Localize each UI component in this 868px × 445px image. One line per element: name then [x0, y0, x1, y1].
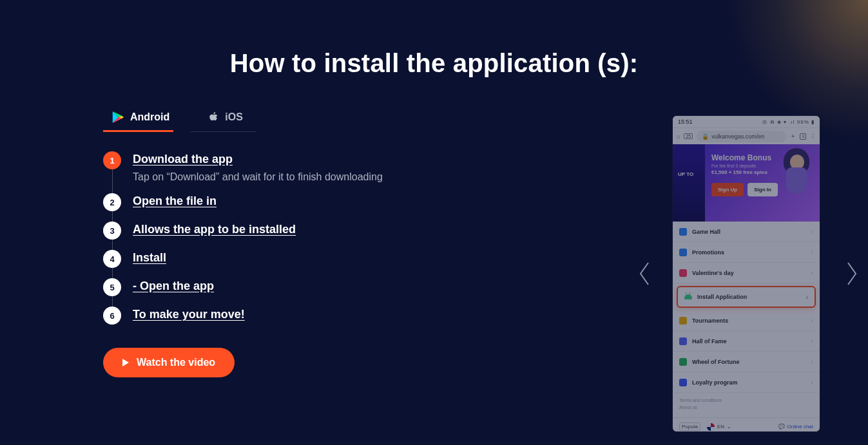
step-label: Allows the app to be installed — [133, 223, 296, 236]
tab-underline-active — [103, 130, 173, 132]
phone-footer: Terms and conditions About us — [673, 393, 820, 417]
menu-row-label: Install Application — [697, 294, 747, 300]
hero-leftcol: UP TO — [673, 144, 705, 222]
menu-row: Hall of Fame› — [673, 331, 820, 352]
flag-icon — [707, 423, 715, 431]
chevron-down-icon: ⌄ — [727, 424, 731, 430]
step-label: Open the file in — [133, 194, 217, 208]
phone-browser-bar: ⌂ 25 🔒 vulkanvegas.com/en ＋ ① ⋮ — [673, 128, 820, 144]
tab-ios[interactable]: iOS — [199, 106, 247, 128]
menu-row-label: Game Hall — [692, 229, 720, 235]
step-2[interactable]: 2 Open the file in — [103, 193, 516, 211]
step-label: - Open the app — [133, 279, 214, 293]
page-title: How to install the application (s): — [0, 0, 868, 78]
menu-row-label: Wheel of Fortune — [692, 359, 740, 365]
language-selector: EN ⌄ — [707, 423, 731, 431]
phone-bottom-bar: Popula EN ⌄ 💬 Online chat — [673, 417, 820, 431]
step-6[interactable]: 6 To make your move! — [103, 307, 516, 325]
hero-signin-button: Sign In — [747, 183, 778, 196]
chevron-right-icon: › — [811, 249, 813, 256]
menu-row-icon — [679, 379, 687, 386]
apple-icon — [208, 111, 218, 123]
menu-row: Loyalty program› — [673, 372, 820, 393]
tabs-count-icon: ① — [800, 133, 806, 140]
carousel-next-button[interactable] — [845, 261, 858, 286]
hero-leftcol-text: UP TO — [678, 171, 693, 177]
menu-row: Wheel of Fortune› — [673, 352, 820, 372]
android-icon — [684, 294, 692, 299]
menu-row: Promotions› — [673, 242, 820, 263]
hero-character — [780, 148, 816, 197]
menu-row: Valentine's day› — [673, 263, 820, 283]
menu-row-icon — [679, 249, 687, 256]
chevron-right-icon: › — [811, 379, 813, 386]
step-label: Download the app — [133, 153, 383, 166]
watch-video-label: Watch the video — [137, 357, 215, 368]
tab-underline-ios — [190, 131, 256, 132]
chevron-right-icon: › — [811, 337, 813, 345]
chat-icon: 💬 — [778, 424, 785, 430]
online-chat: 💬 Online chat — [778, 424, 813, 430]
watch-video-button[interactable]: Watch the video — [103, 348, 235, 377]
url-text: vulkanvegas.com/en — [711, 133, 764, 140]
chevron-right-icon: › — [811, 269, 813, 276]
phone-status-bar: 15:51 ◎ ⋒ ◈ ▾ .ıl 98% ▮ — [673, 116, 820, 128]
addr-badge: 25 — [684, 133, 693, 139]
step-label: Install — [133, 251, 166, 265]
step-number: 2 — [103, 193, 121, 211]
status-time: 15:51 — [678, 118, 693, 125]
bottom-left-label: Popula — [679, 422, 700, 431]
step-1[interactable]: 1 Download the app Tap on “Download” and… — [103, 151, 516, 183]
chevron-right-icon: › — [811, 228, 813, 235]
phone-hero-banner: UP TO Welcome Bonus For the first 3 depo… — [673, 144, 820, 222]
url-field: 🔒 vulkanvegas.com/en — [697, 131, 786, 142]
menu-row-label: Hall of Fame — [692, 338, 727, 345]
footer-about: About us — [679, 405, 813, 410]
footer-terms: Terms and conditions — [679, 398, 813, 402]
install-steps-list: 1 Download the app Tap on “Download” and… — [103, 151, 516, 325]
tab-ios-label: iOS — [225, 111, 243, 123]
play-store-icon — [112, 111, 124, 124]
step-number: 5 — [103, 278, 121, 296]
carousel-prev-button[interactable] — [638, 261, 651, 286]
chat-label: Online chat — [787, 424, 813, 430]
step-label: To make your move! — [133, 308, 245, 321]
chevron-right-icon: › — [811, 358, 813, 365]
home-icon: ⌂ — [677, 133, 680, 140]
menu-row-icon — [679, 337, 687, 345]
chevron-right-icon: › — [806, 294, 808, 301]
step-number: 4 — [103, 250, 121, 268]
platform-tabs: Android iOS — [103, 106, 516, 128]
menu-row-icon — [679, 317, 687, 325]
kebab-icon: ⋮ — [810, 133, 816, 140]
menu-install-app: Install Application› — [677, 286, 816, 308]
status-icons: ◎ ⋒ ◈ ▾ .ıl 98% ▮ — [762, 119, 815, 125]
menu-row-label: Promotions — [692, 249, 724, 256]
step-number: 3 — [103, 222, 121, 240]
phone-menu: Game Hall›Promotions›Valentine's day›Ins… — [673, 222, 820, 393]
step-sub: Tap on “Download” and wait for it to fin… — [133, 171, 383, 183]
menu-row-label: Tournaments — [692, 317, 728, 324]
tab-android-label: Android — [130, 111, 169, 123]
step-5[interactable]: 5 - Open the app — [103, 278, 516, 296]
language-code: EN — [717, 424, 724, 430]
menu-row-icon — [679, 358, 687, 366]
lock-icon: 🔒 — [702, 133, 709, 140]
phone-mockup: 15:51 ◎ ⋒ ◈ ▾ .ıl 98% ▮ ⌂ 25 🔒 vulkanveg… — [673, 116, 820, 431]
chevron-right-icon: › — [811, 317, 813, 324]
play-icon — [122, 359, 129, 366]
tab-android[interactable]: Android — [103, 106, 173, 128]
hero-signup-button: Sign Up — [711, 183, 744, 196]
menu-row-icon — [679, 269, 687, 277]
menu-row-icon — [679, 228, 687, 236]
step-3[interactable]: 3 Allows the app to be installed — [103, 222, 516, 240]
step-4[interactable]: 4 Install — [103, 250, 516, 268]
new-tab-icon: ＋ — [790, 132, 796, 140]
menu-row-label: Loyalty program — [692, 379, 738, 386]
menu-row-label: Valentine's day — [692, 270, 734, 276]
menu-row: Tournaments› — [673, 310, 820, 331]
step-number: 6 — [103, 307, 121, 325]
menu-row: Game Hall› — [673, 222, 820, 242]
step-number: 1 — [103, 151, 121, 169]
